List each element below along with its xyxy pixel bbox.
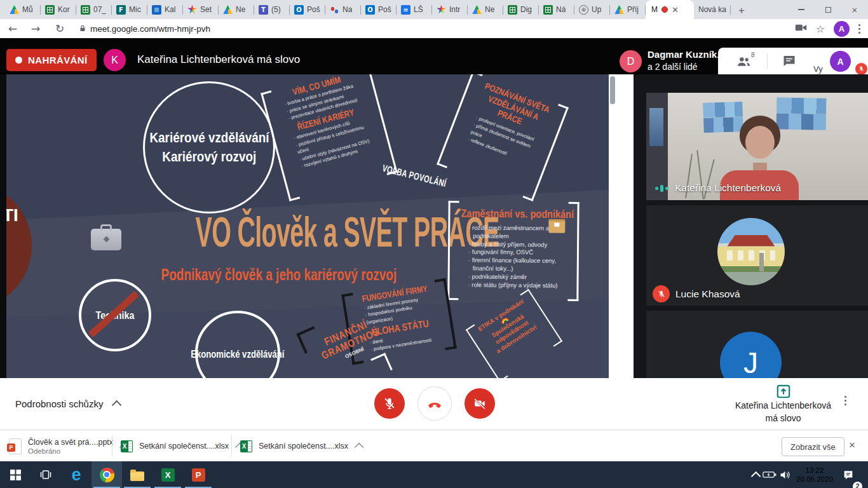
browser-tab[interactable]: Ná: [539, 0, 574, 19]
chrome-icon[interactable]: [92, 461, 122, 488]
browser-tab[interactable]: Poš: [361, 0, 397, 19]
restore-button[interactable]: [815, 0, 841, 19]
hangup-button[interactable]: [417, 386, 452, 421]
tab-label: Mic: [129, 5, 141, 14]
browser-tab[interactable]: Ne: [219, 0, 254, 19]
tab-label: LŠ: [414, 5, 423, 14]
taskbar-clock[interactable]: 13:22 20.05.2020: [793, 461, 836, 488]
speaker-icon[interactable]: [776, 461, 793, 488]
browser-tab[interactable]: Kal: [147, 0, 183, 19]
browser-tab[interactable]: Ne: [468, 0, 503, 19]
frame-vim-co-umim: VÍM, CO UMÍM tvorba a práce s portfoliem…: [261, 74, 398, 201]
browser-tab[interactable]: Mic: [112, 0, 147, 19]
tab-favicon: [152, 5, 161, 15]
monument: [759, 253, 764, 271]
browser-menu-icon[interactable]: [858, 24, 860, 26]
download-item[interactable]: X Setkání společenst....xlsx: [121, 430, 241, 462]
tab-label: M: [651, 5, 658, 14]
browser-tab[interactable]: Up: [574, 0, 610, 19]
battery-icon[interactable]: [761, 461, 778, 488]
chevron-up-icon: [112, 400, 122, 410]
download-shelf: Člověk a svět prá....pptx Odebráno X Set…: [0, 430, 868, 461]
bookmark-star-icon[interactable]: ☆: [816, 23, 825, 35]
tab-favicon: [472, 5, 482, 15]
others-line1: Dagmar Kuzník...: [648, 49, 725, 60]
reload-icon[interactable]: ↻: [52, 19, 67, 38]
tab-label: Up: [592, 5, 601, 14]
edge-icon[interactable]: e: [61, 461, 92, 488]
excel-icon[interactable]: X: [153, 461, 183, 488]
browser-tab[interactable]: Mů: [5, 0, 41, 19]
tab-favicon: [437, 5, 446, 15]
camera-toggle-button[interactable]: [465, 388, 495, 419]
chat-icon[interactable]: [782, 53, 798, 70]
close-window-button[interactable]: ×: [841, 0, 868, 19]
browser-tab[interactable]: LŠ: [397, 0, 432, 19]
participant-count: 8: [751, 51, 755, 58]
file-explorer-icon[interactable]: [122, 461, 153, 488]
scrollbar-thumb[interactable]: [610, 76, 615, 104]
close-shelf-icon[interactable]: ×: [849, 439, 855, 452]
volba-povolani-label: VOLBA POVOLÁNÍ: [381, 162, 448, 189]
presenter-name: Kateřina Lichtenberková: [702, 400, 864, 412]
browser-tab[interactable]: (5): [254, 0, 290, 19]
task-view-button[interactable]: [31, 461, 61, 488]
lock-icon: [75, 19, 90, 38]
show-all-downloads-button[interactable]: Zobrazit vše: [782, 437, 844, 456]
browser-tab[interactable]: Příj: [610, 0, 646, 19]
tab-label: Intr: [449, 5, 460, 14]
slide-title: VO Člověk a SVĚT PRÁCE: [124, 214, 416, 250]
tab-label: Příj: [627, 5, 639, 14]
tab-meet-active[interactable]: M ✕: [646, 0, 694, 19]
you-avatar[interactable]: A: [830, 51, 851, 72]
meet-stage: TI Kariérové vzdělávání Kariérový rozvoj…: [0, 74, 868, 378]
videocam-icon[interactable]: [795, 23, 807, 35]
notification-count-badge: 2: [853, 482, 862, 488]
mic-toggle-button[interactable]: [374, 388, 405, 419]
more-options-icon[interactable]: [844, 396, 846, 398]
others-summary[interactable]: Dagmar Kuzník... a 2 další lidé: [648, 49, 725, 72]
window-controls: ×: [788, 0, 868, 19]
circle-ekonomicke-label: Ekonomické vzdělávání: [191, 349, 284, 361]
tab-favicon: [401, 5, 410, 15]
present-up-icon[interactable]: [775, 383, 792, 400]
video-tile-j[interactable]: J: [646, 311, 868, 378]
browser-tab[interactable]: Poš: [290, 0, 325, 19]
browser-tab[interactable]: Set: [183, 0, 219, 19]
download-menu-chevron-icon[interactable]: [355, 443, 363, 452]
browser-tab[interactable]: Na: [325, 0, 361, 19]
forward-icon[interactable]: →: [28, 19, 43, 38]
browser-tab[interactable]: Intr: [432, 0, 468, 19]
download-item[interactable]: Člověk a svět prá....pptx Odebráno: [9, 430, 126, 462]
presentation-slide: TI Kariérové vzdělávání Kariérový rozvoj…: [6, 74, 609, 378]
windows-start-button[interactable]: [0, 461, 31, 488]
video-tile-katerina[interactable]: Kateřina Lichtenberková: [646, 93, 868, 200]
tab-favicon: [579, 5, 588, 15]
audio-level-icon: [655, 185, 668, 192]
tab-label: Ne: [236, 5, 245, 14]
participants-icon[interactable]: 8: [736, 53, 752, 70]
browser-tab[interactable]: 07_: [76, 0, 112, 19]
tray-chevron-icon[interactable]: [747, 461, 761, 488]
tab-new[interactable]: Nová ka: [694, 0, 731, 19]
meeting-details-button[interactable]: Podrobnosti schůzky: [15, 378, 119, 430]
browser-tab[interactable]: Kor: [41, 0, 76, 19]
tab-favicon: [543, 5, 553, 15]
url-bar[interactable]: meet.google.com/wtm-hmjr-pvh: [90, 19, 210, 38]
circle-career: Kariérové vzdělávání Kariérový rozvoj: [143, 81, 275, 214]
tab-favicon: [614, 5, 624, 15]
excel-file-icon: X: [121, 440, 133, 452]
frame-zamestnani: Zaměstnání vs. podnikání rozdíl mezi zam…: [447, 201, 579, 301]
back-icon[interactable]: ←: [5, 19, 20, 38]
browser-tab[interactable]: Dig: [503, 0, 539, 19]
powerpoint-icon[interactable]: P: [183, 461, 214, 488]
powerpoint-file-icon: [9, 438, 22, 454]
mic-off-icon: [653, 285, 670, 302]
tab-close-icon[interactable]: ✕: [672, 6, 679, 14]
new-tab-button[interactable]: +: [733, 3, 750, 19]
download-item[interactable]: X Setkání společenst....xlsx: [240, 430, 361, 462]
video-tile-lucie[interactable]: Lucie Khasová: [646, 205, 868, 306]
minimize-button[interactable]: [788, 0, 815, 19]
browser-profile-avatar[interactable]: A: [834, 21, 850, 37]
action-center-icon[interactable]: 2: [839, 461, 858, 488]
